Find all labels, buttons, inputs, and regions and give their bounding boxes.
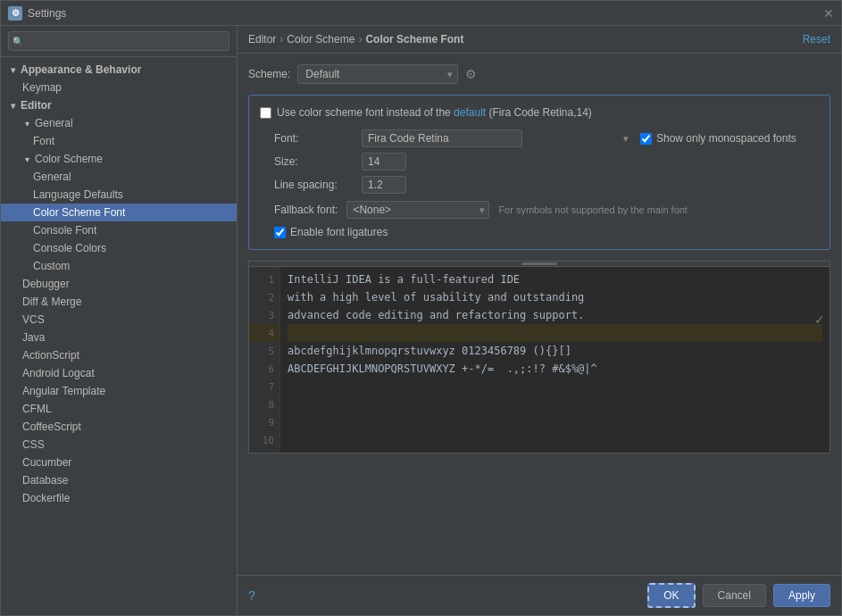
sidebar-item-label: Language Defaults [33, 188, 123, 201]
line-numbers: 1 2 3 4 5 6 7 8 9 10 [249, 267, 280, 453]
sidebar-item-label: Dockerfile [22, 492, 70, 504]
line-num-8: 8 [249, 395, 279, 413]
scheme-select[interactable]: Default Darcula IntelliJ Monokai [297, 64, 458, 84]
font-label: Font: [274, 132, 354, 145]
monospaced-checkbox[interactable] [640, 133, 652, 145]
close-button[interactable]: ✕ [823, 6, 834, 21]
titlebar: ⚙ Settings ✕ [1, 1, 841, 26]
apply-button[interactable]: Apply [773, 584, 830, 607]
content-area: ▾ Appearance & Behavior Keymap ▾ Editor … [1, 26, 841, 615]
sidebar-item-label: ActionScript [22, 349, 79, 362]
sidebar-item-label: General [33, 171, 71, 183]
use-color-scheme-checkbox-row: Use color scheme font instead of the def… [260, 106, 819, 119]
checkmark-icon: ✓ [814, 312, 825, 327]
sidebar-item-keymap[interactable]: Keymap [1, 79, 237, 96]
line-num-4: 4 [249, 324, 279, 342]
use-color-scheme-checkbox[interactable] [260, 107, 271, 119]
sidebar-item-label: Database [22, 474, 68, 487]
sidebar-item-label: Color Scheme [35, 153, 103, 165]
settings-panel: Use color scheme font instead of the def… [248, 95, 830, 250]
sidebar-item-diff-merge[interactable]: Diff & Merge [1, 293, 237, 311]
sidebar-item-debugger[interactable]: Debugger [1, 275, 237, 293]
sidebar-item-console-colors[interactable]: Console Colors [1, 239, 237, 257]
line-num-2: 2 [249, 288, 279, 306]
scheme-select-wrapper: Default Darcula IntelliJ Monokai [297, 64, 458, 84]
line-num-9: 9 [249, 413, 279, 431]
sidebar-item-cucumber[interactable]: Cucumber [1, 454, 237, 471]
line-num-5: 5 [249, 342, 279, 360]
sidebar-item-label: Console Font [33, 224, 96, 237]
sidebar-item-console-font[interactable]: Console Font [1, 221, 237, 239]
sidebar-item-label: Java [22, 331, 45, 344]
sidebar-item-font[interactable]: Font [1, 132, 237, 150]
help-icon[interactable]: ? [248, 588, 255, 603]
sidebar-item-coffeescript[interactable]: CoffeeScript [1, 418, 237, 436]
settings-window: ⚙ Settings ✕ ▾ Appearance & Behavior Key… [0, 0, 842, 616]
size-label: Size: [274, 155, 354, 168]
sidebar-item-label: Angular Template [22, 385, 105, 397]
fallback-select[interactable]: <None> [346, 201, 489, 219]
sidebar-item-css[interactable]: CSS [1, 436, 237, 454]
sidebar-item-label: CFML [22, 403, 52, 415]
sidebar-item-label: Color Scheme Font [33, 206, 125, 219]
code-line-6: ABCDEFGHIJKLMNOPQRSTUVWXYZ +-*/= .,;:!? … [288, 360, 822, 378]
ligatures-checkbox-row: Enable font ligatures [274, 226, 819, 238]
sidebar-item-label: Custom [33, 260, 70, 272]
fallback-row: Fallback font: <None> For symbols not su… [274, 201, 819, 219]
use-color-scheme-label: Use color scheme font instead of the def… [277, 106, 592, 119]
sidebar-item-label: Editor [21, 99, 52, 112]
sidebar-item-editor[interactable]: ▾ Editor [1, 96, 237, 114]
code-line-2: with a high level of usability and outst… [288, 288, 822, 306]
app-icon: ⚙ [8, 6, 22, 21]
breadcrumb: Editor › Color Scheme › Color Scheme Fon… [248, 33, 463, 46]
breadcrumb-part-1: Editor [248, 33, 276, 46]
sidebar-item-vcs[interactable]: VCS [1, 311, 237, 329]
size-input[interactable] [362, 153, 406, 171]
sidebar-item-custom[interactable]: Custom [1, 257, 237, 275]
scheme-row: Scheme: Default Darcula IntelliJ Monokai… [248, 64, 830, 84]
sidebar-item-general[interactable]: ▾ General [1, 114, 237, 132]
sidebar-item-label: Appearance & Behavior [21, 63, 141, 76]
default-link[interactable]: default [454, 106, 486, 119]
window-title: Settings [28, 7, 66, 20]
preview-handle[interactable] [521, 262, 557, 265]
sidebar-item-cfml[interactable]: CFML [1, 400, 237, 418]
sidebar-item-database[interactable]: Database [1, 471, 237, 489]
main-body: Scheme: Default Darcula IntelliJ Monokai… [238, 54, 841, 575]
breadcrumb-part-3: Color Scheme Font [365, 33, 463, 46]
sidebar-item-label: Keymap [22, 81, 62, 94]
gear-icon[interactable]: ⚙ [465, 67, 477, 81]
ok-button[interactable]: OK [647, 583, 695, 608]
sidebar-item-color-scheme-font[interactable]: Color Scheme Font [1, 204, 237, 221]
sidebar-item-color-scheme[interactable]: ▾ Color Scheme [1, 150, 237, 168]
sidebar-item-label: Android Logcat [22, 367, 95, 379]
code-area: IntelliJ IDEA is a full-featured IDE wit… [280, 267, 829, 453]
main-content: Editor › Color Scheme › Color Scheme Fon… [238, 26, 841, 615]
sidebar-item-angular-template[interactable]: Angular Template [1, 382, 237, 400]
sidebar-item-appearance-behavior[interactable]: ▾ Appearance & Behavior [1, 61, 237, 79]
reset-link[interactable]: Reset [803, 33, 830, 46]
sidebar-item-color-scheme-general[interactable]: General [1, 168, 237, 186]
sidebar-item-dockerfile[interactable]: Dockerfile [1, 489, 237, 507]
code-line-7 [288, 378, 822, 395]
sidebar-item-label: Diff & Merge [22, 296, 81, 308]
sidebar-item-label: Cucumber [22, 456, 71, 469]
cancel-button[interactable]: Cancel [703, 584, 766, 607]
code-line-10 [288, 431, 822, 449]
monospaced-checkbox-row: Show only monospaced fonts [640, 132, 819, 145]
sidebar-item-java[interactable]: Java [1, 329, 237, 346]
line-spacing-input[interactable] [362, 176, 406, 194]
sidebar-item-label: Console Colors [33, 242, 106, 254]
breadcrumb-part-2: Color Scheme [287, 33, 354, 46]
fallback-hint: For symbols not supported by the main fo… [498, 204, 688, 215]
search-input[interactable] [8, 31, 229, 51]
sidebar-item-android-logcat[interactable]: Android Logcat [1, 364, 237, 382]
sidebar-item-actionscript[interactable]: ActionScript [1, 346, 237, 364]
ligatures-checkbox[interactable] [274, 227, 286, 238]
sidebar-item-language-defaults[interactable]: Language Defaults [1, 186, 237, 204]
line-num-1: 1 [249, 271, 279, 288]
breadcrumb-sep-2: › [358, 33, 362, 46]
expand-icon: ▾ [22, 119, 31, 129]
font-select[interactable]: Fira Code Retina [362, 129, 522, 147]
fallback-label: Fallback font: [274, 204, 338, 216]
